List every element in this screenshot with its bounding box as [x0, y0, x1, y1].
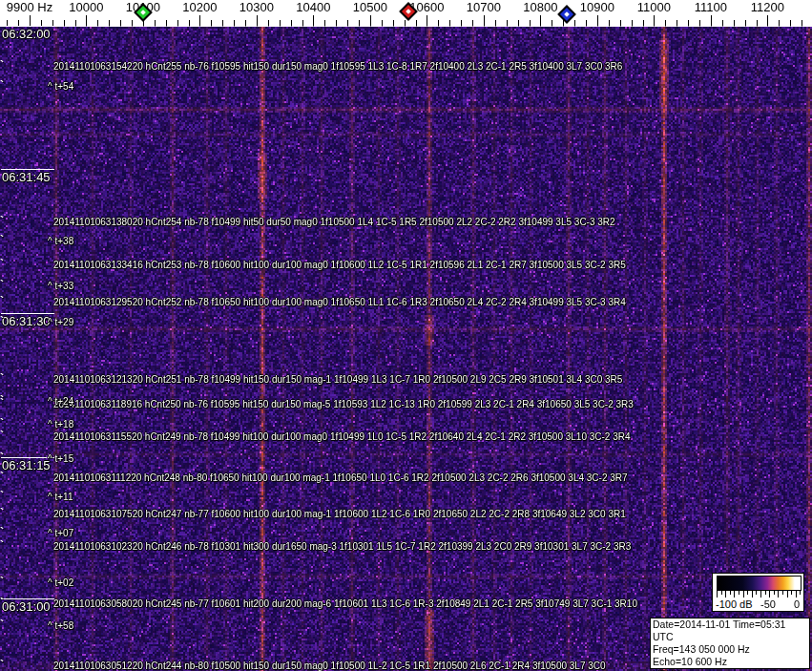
- detection-row-tick-icon: `: [0, 472, 4, 482]
- detection-time-offset: ^ t+02: [48, 577, 73, 588]
- freq-tick-label: 10200: [182, 0, 217, 14]
- spectrogram-canvas: [0, 27, 812, 671]
- freq-tick-label: 10700: [467, 0, 501, 14]
- detection-row-tick-icon: `: [0, 419, 4, 429]
- detection-log-line: 20141101063133416 hCnt253 nb-78 f10600 h…: [53, 260, 626, 270]
- detection-row-tick-icon: `: [0, 492, 4, 501]
- detection-row-tick-icon: `: [0, 431, 4, 441]
- timestamp-label: 06:31:00: [2, 600, 51, 613]
- detection-log-line: 20141101063115520 hCnt249 nb-78 f10499 h…: [53, 431, 631, 442]
- detection-time-offset: ^ t+54: [48, 81, 73, 92]
- detection-log-line: 20141101063058020 hCnt245 nb-77 f10601 h…: [53, 598, 637, 609]
- colorbar-panel: -100 dB -50 0: [712, 573, 804, 612]
- detection-row-tick-icon: `: [0, 81, 4, 91]
- detection-row-tick-icon: `: [0, 541, 4, 551]
- detection-log-line: 20141101063154220 hCnt255 nb-76 f10595 h…: [53, 61, 622, 72]
- detection-row-tick-icon: `: [0, 61, 4, 71]
- timestamp-label: 06:31:45: [2, 171, 51, 183]
- meteor-echo-spectrogram-window: 9900 Hz100001010010200103001040010500106…: [0, 0, 812, 671]
- detection-time-offset: ^ t+38: [48, 236, 73, 246]
- info-date-time: Date=2014-11-01 Time=05:31 UTC: [653, 619, 807, 643]
- detection-row-tick-icon: `: [0, 620, 4, 630]
- frequency-ruler: 9900 Hz100001010010200103001040010500106…: [0, 0, 812, 27]
- freq-tick-label: 9900 Hz: [7, 0, 52, 14]
- info-frequency: Freq=143 050 000 Hz: [653, 643, 807, 656]
- freq-tick-label: 10500: [353, 0, 387, 14]
- detection-row-tick-icon: `: [0, 260, 4, 269]
- detection-time-offset: ^ t+58: [48, 620, 73, 631]
- detection-row-tick-icon: `: [0, 396, 4, 406]
- freq-tick-label: 11100: [695, 0, 727, 14]
- detection-row-tick-icon: `: [0, 236, 4, 245]
- detection-row-tick-icon: `: [0, 509, 4, 518]
- detection-row-tick-icon: `: [0, 577, 4, 587]
- freq-tick-label: 11000: [637, 0, 671, 14]
- freq-tick-label: 11200: [751, 0, 784, 14]
- detection-time-offset: ^ t+29: [48, 317, 73, 327]
- detection-row-tick-icon: `: [0, 217, 4, 226]
- detection-log-line: 20141101063138020 hCnt254 nb-78 f10499 h…: [53, 217, 615, 227]
- freq-tick-label: 10900: [580, 0, 614, 14]
- detection-row-tick-icon: `: [0, 453, 4, 463]
- detection-time-offset: ^ t+11: [48, 492, 73, 502]
- colorbar-label-min: -100 dB: [716, 598, 753, 610]
- detection-time-offset: ^ t+24: [48, 396, 73, 407]
- detection-time-offset: ^ t+18: [48, 419, 73, 430]
- detection-log-line: 20141101063118916 hCnt250 nb-76 f10595 h…: [53, 399, 634, 409]
- detection-row-tick-icon: `: [0, 374, 4, 384]
- info-echo: Echo=10 600 Hz: [653, 656, 807, 668]
- colorbar-label-max: 0: [794, 598, 800, 610]
- detection-row-tick-icon: `: [0, 281, 4, 290]
- detection-row-tick-icon: `: [0, 661, 4, 670]
- info-box: Date=2014-11-01 Time=05:31 UTC Freq=143 …: [650, 618, 810, 669]
- detection-row-tick-icon: `: [0, 317, 4, 326]
- colorbar-label-mid: -50: [760, 598, 776, 610]
- detection-time-offset: ^ t+07: [48, 528, 73, 538]
- detection-row-tick-icon: `: [0, 528, 4, 537]
- detection-log-line: 20141101063051220 hCnt244 nb-80 f10500 h…: [53, 661, 606, 671]
- detection-log-line: 20141101063107520 hCnt247 nb-77 f10600 h…: [53, 509, 626, 519]
- detection-log-line: 20141101063129520 hCnt252 nb-78 f10650 h…: [53, 297, 626, 307]
- detection-log-line: 20141101063111220 hCnt248 nb-80 f10650 h…: [53, 472, 628, 483]
- colorbar-gradient: [717, 576, 802, 591]
- timestamp-label: 06:31:30: [2, 315, 51, 327]
- detection-row-tick-icon: `: [0, 598, 4, 608]
- detection-time-offset: ^ t+33: [48, 281, 73, 291]
- timestamp-label: 06:31:15: [2, 459, 51, 472]
- detection-log-line: 20141101063102320 hCnt246 nb-78 f10301 h…: [53, 541, 631, 552]
- colorbar-ticks: [717, 591, 802, 598]
- freq-tick-label: 10000: [69, 0, 103, 14]
- freq-tick-label: 10400: [296, 0, 330, 14]
- freq-tick-label: 10800: [523, 0, 557, 14]
- freq-tick-label: 10300: [239, 0, 274, 14]
- detection-time-offset: ^ t+15: [48, 453, 73, 464]
- detection-row-tick-icon: `: [0, 297, 4, 306]
- detection-log-line: 20141101063121320 hCnt251 nb-78 f10499 h…: [53, 374, 622, 385]
- timestamp-label: 06:32:00: [2, 28, 51, 40]
